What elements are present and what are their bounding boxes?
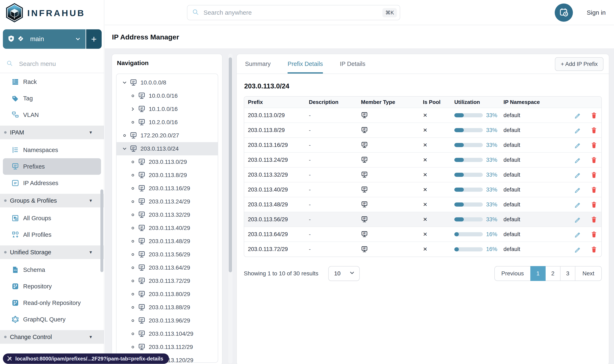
chevron-right-icon[interactable] <box>130 106 135 112</box>
add-ip-prefix-button[interactable]: + Add IP Prefix <box>555 57 603 71</box>
edit-pencil-icon[interactable] <box>574 201 581 208</box>
sidebar-item-read-only-repository[interactable]: Read-only Repository <box>0 295 104 311</box>
cell-prefix[interactable]: 203.0.113.64/29 <box>244 227 305 242</box>
sidebar-section-ipam[interactable]: IPAM ▼ <box>0 126 104 139</box>
delete-trash-icon[interactable] <box>591 156 597 163</box>
tree-item-10-1-0-0-16[interactable]: IP 10.1.0.0/16 <box>117 103 218 116</box>
cell-prefix[interactable]: 203.0.113.0/29 <box>244 108 305 123</box>
cell-prefix[interactable]: 203.0.113.24/29 <box>244 153 305 167</box>
table-row[interactable]: 203.0.113.8/29 - IP ✕ 33% default <box>244 123 602 138</box>
tree-item-203-0-113-104-29[interactable]: IP 203.0.113.104/29 <box>117 327 218 340</box>
cell-prefix[interactable]: 203.0.113.56/29 <box>244 212 305 227</box>
tree-item-203-0-113-48-29[interactable]: IP 203.0.113.48/29 <box>117 235 218 248</box>
tree-item-203-0-113-112-29[interactable]: IP 203.0.113.112/29 <box>117 340 218 354</box>
tab-ip-details[interactable]: IP Details <box>340 54 366 74</box>
delete-trash-icon[interactable] <box>591 171 597 178</box>
tab-summary[interactable]: Summary <box>245 54 271 74</box>
table-row[interactable]: 203.0.113.40/29 - IP ✕ 33% default <box>244 182 602 197</box>
delete-trash-icon[interactable] <box>591 112 597 118</box>
delete-trash-icon[interactable] <box>591 201 597 208</box>
tree-item-203-0-113-88-29[interactable]: IP 203.0.113.88/29 <box>117 301 218 314</box>
sidebar-item-tag[interactable]: Tag <box>0 90 104 107</box>
table-row[interactable]: 203.0.113.48/29 - IP ✕ 33% default <box>244 197 602 212</box>
sidebar-item-schema[interactable]: <> Schema <box>0 261 104 278</box>
tree-item-203-0-113-8-29[interactable]: IP 203.0.113.8/29 <box>117 169 218 182</box>
page-button-1[interactable]: 1 <box>530 266 546 281</box>
tree-item-203-0-113-56-29[interactable]: IP 203.0.113.56/29 <box>117 248 218 261</box>
cell-prefix[interactable]: 203.0.113.16/29 <box>244 138 305 153</box>
sidebar-item-namespaces[interactable]: Namespaces <box>0 142 104 158</box>
page-button-2[interactable]: 2 <box>545 266 561 281</box>
delete-trash-icon[interactable] <box>591 142 597 148</box>
sidebar-search-input[interactable]: Search menu <box>0 55 104 72</box>
sidebar-section-groups-profiles[interactable]: Groups & Profiles ▼ <box>0 194 104 208</box>
tree-item-203-0-113-80-29[interactable]: IP 203.0.113.80/29 <box>117 287 218 301</box>
cell-prefix[interactable]: 203.0.113.40/29 <box>244 182 305 197</box>
edit-pencil-icon[interactable] <box>574 171 581 178</box>
table-row[interactable]: 203.0.113.56/29 - IP ✕ 33% default <box>244 212 602 227</box>
tree-item-203-0-113-40-29[interactable]: IP 203.0.113.40/29 <box>117 221 218 235</box>
tree-item-203-0-113-0-29[interactable]: IP 203.0.113.0/29 <box>117 155 218 169</box>
sign-in-button[interactable]: Sign in <box>587 0 606 25</box>
table-row[interactable]: 203.0.113.32/29 - IP ✕ 33% default <box>244 167 602 182</box>
create-branch-button[interactable]: + <box>86 29 102 49</box>
edit-pencil-icon[interactable] <box>574 246 581 253</box>
tree-item-203-0-113-0-24[interactable]: IP 203.0.113.0/24 <box>117 142 218 155</box>
chevron-down-icon[interactable] <box>122 80 127 85</box>
table-row[interactable]: 203.0.113.16/29 - IP ✕ 33% default <box>244 138 602 153</box>
edit-pencil-icon[interactable] <box>574 127 581 133</box>
delete-trash-icon[interactable] <box>591 216 597 223</box>
tree-item-172-20-20-0-27[interactable]: IP 172.20.20.0/27 <box>117 129 218 142</box>
table-row[interactable]: 203.0.113.64/29 - IP ✕ 16% default <box>244 227 602 242</box>
delete-trash-icon[interactable] <box>591 186 597 193</box>
sidebar-item-prefixes[interactable]: IP Prefixes <box>3 158 101 175</box>
sidebar-item-repository[interactable]: Repository <box>0 278 104 295</box>
tree-item-203-0-113-72-29[interactable]: IP 203.0.113.72/29 <box>117 274 218 287</box>
sidebar-item-ip-addresses[interactable]: IP IP Addresses <box>0 175 104 191</box>
tree-item-203-0-113-16-29[interactable]: IP 203.0.113.16/29 <box>117 182 218 195</box>
page-button-3[interactable]: 3 <box>560 266 575 281</box>
branch-selector-button[interactable]: main <box>3 29 86 49</box>
cell-prefix[interactable]: 203.0.113.32/29 <box>244 167 305 182</box>
edit-pencil-icon[interactable] <box>574 186 581 193</box>
previous-page-button[interactable]: Previous <box>494 266 531 281</box>
tree-item-10-2-0-0-16[interactable]: IP 10.2.0.0/16 <box>117 116 218 129</box>
table-row[interactable]: 203.0.113.24/29 - IP ✕ 33% default <box>244 153 602 167</box>
sidebar-item-all-profiles[interactable]: All Profiles <box>0 226 104 243</box>
sidebar-section-change-control[interactable]: Change Control ▼ <box>0 330 104 344</box>
sidebar-scrollbar-thumb[interactable] <box>100 189 103 272</box>
tree-item-203-0-113-24-29[interactable]: IP 203.0.113.24/29 <box>117 195 218 208</box>
sidebar-item-vlan[interactable]: VLAN <box>0 107 104 123</box>
cell-prefix[interactable]: 203.0.113.8/29 <box>244 123 305 138</box>
cell-prefix[interactable]: 203.0.113.72/29 <box>244 242 305 257</box>
edit-pencil-icon[interactable] <box>574 231 581 238</box>
cell-prefix[interactable]: 203.0.113.48/29 <box>244 197 305 212</box>
tree-item-203-0-113-64-29[interactable]: IP 203.0.113.64/29 <box>117 261 218 274</box>
sidebar-section-unified-storage[interactable]: Unified Storage ▼ <box>0 246 104 259</box>
navigation-scrollbar[interactable] <box>228 54 233 364</box>
navigation-scrollbar-thumb[interactable] <box>229 57 232 272</box>
next-page-button[interactable]: Next <box>575 266 602 281</box>
sidebar-item-graphql-query[interactable]: GraphQL Query <box>0 311 104 328</box>
global-search-input[interactable]: Search anywhere ⌘K <box>187 5 400 20</box>
page-size-select[interactable]: 10 <box>328 266 360 281</box>
delete-trash-icon[interactable] <box>591 231 597 238</box>
tree-item-10-0-0-0-8[interactable]: IP 10.0.0.0/8 <box>117 76 218 89</box>
sidebar-item-rack[interactable]: Rack <box>0 74 104 90</box>
table-row[interactable]: 203.0.113.72/29 - IP ✕ 16% default <box>244 242 602 257</box>
edit-pencil-icon[interactable] <box>574 216 581 223</box>
tab-prefix-details[interactable]: Prefix Details <box>287 54 323 74</box>
delete-trash-icon[interactable] <box>591 127 597 133</box>
edit-pencil-icon[interactable] <box>574 156 581 163</box>
chevron-down-icon[interactable] <box>122 146 127 151</box>
edit-pencil-icon[interactable] <box>574 142 581 148</box>
brand-logo[interactable]: INFRAHUB <box>5 3 85 23</box>
table-row[interactable]: 203.0.113.0/29 - IP ✕ 33% default <box>244 108 602 123</box>
edit-pencil-icon[interactable] <box>574 112 581 118</box>
tree-item-203-0-113-32-29[interactable]: IP 203.0.113.32/29 <box>117 208 218 221</box>
tree-item-10-0-0-0-16[interactable]: IP 10.0.0.0/16 <box>117 89 218 103</box>
tree-item-203-0-113-96-29[interactable]: IP 203.0.113.96/29 <box>117 314 218 327</box>
delete-trash-icon[interactable] <box>591 246 597 253</box>
sidebar-item-all-groups[interactable]: All Groups <box>0 210 104 226</box>
time-travel-button[interactable] <box>555 3 573 22</box>
